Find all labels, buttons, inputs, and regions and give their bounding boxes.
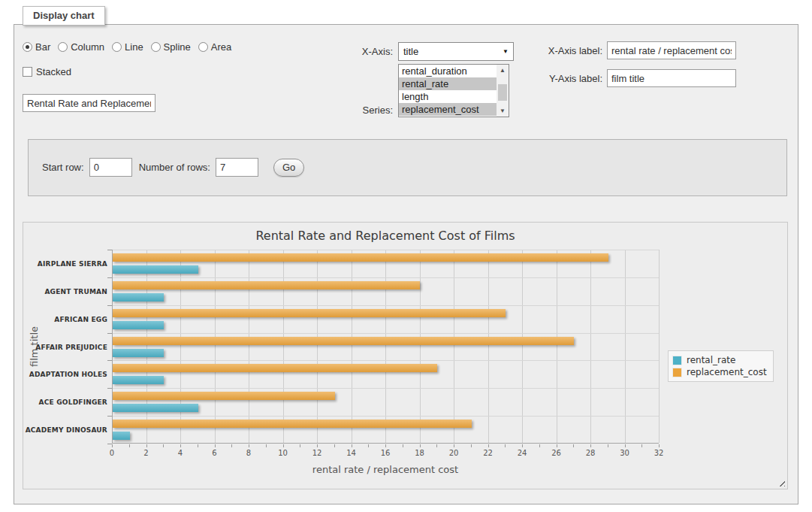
radio-option-area[interactable]: Area (198, 41, 231, 53)
bar-replacement_cost[interactable] (113, 281, 420, 289)
y-axis-tick (107, 360, 112, 361)
y-axis-label-label: Y-Axis label: (518, 73, 602, 84)
x-axis-tick (454, 444, 454, 447)
bar-replacement_cost[interactable] (113, 337, 574, 345)
legend-item-replacement_cost[interactable]: replacement_cost (672, 366, 767, 378)
bar-rental_rate[interactable] (113, 321, 164, 329)
x-axis-tick (608, 444, 608, 447)
bar-rental_rate[interactable] (113, 432, 130, 440)
series-multiselect[interactable]: rental_durationrental_ratelengthreplacem… (398, 64, 509, 117)
y-axis-tick (107, 305, 112, 306)
gridline-horizontal (113, 305, 659, 306)
radio-icon[interactable] (23, 42, 32, 52)
legend-label: replacement_cost (687, 367, 767, 377)
x-axis-tick (403, 444, 403, 447)
series-scrollbar[interactable]: ▲ ▼ (497, 65, 509, 117)
radio-icon[interactable] (151, 42, 161, 52)
category-label: ADAPTATION HOLES (23, 370, 107, 379)
bar-rental_rate[interactable] (113, 404, 198, 412)
y-axis-label-input[interactable] (607, 69, 736, 87)
series-option-rental_duration[interactable]: rental_duration (399, 65, 497, 77)
x-axis-tick (505, 444, 506, 447)
radio-option-column[interactable]: Column (58, 41, 104, 53)
page: Display chart BarColumnLineSplineArea St… (0, 0, 812, 512)
x-axis-tick-label: 30 (614, 449, 636, 457)
chart-container: Rental Rate and Replacement Cost of Film… (23, 222, 788, 489)
x-axis-tick (488, 444, 489, 447)
gridline-vertical (488, 250, 489, 443)
bar-replacement_cost[interactable] (113, 253, 608, 262)
x-axis-tick-label: 8 (237, 449, 260, 457)
radio-icon[interactable] (112, 42, 122, 52)
x-axis-select[interactable]: title ▼ (398, 42, 514, 61)
bar-replacement_cost[interactable] (113, 309, 506, 317)
bar-rental_rate[interactable] (113, 265, 198, 274)
series-option-rental_rate[interactable]: rental_rate (399, 77, 497, 90)
series-option-length[interactable]: length (399, 90, 497, 103)
gridline-horizontal (113, 250, 659, 250)
x-axis-selected-value: title (403, 46, 418, 57)
radio-icon[interactable] (198, 42, 208, 52)
category-label: ACE GOLDFINGER (23, 398, 107, 407)
series-option-replacement_cost[interactable]: replacement_cost (399, 103, 497, 116)
gridline-vertical (317, 250, 318, 443)
gridline-vertical (590, 250, 591, 443)
category-label: AGENT TRUMAN (23, 287, 107, 296)
x-axis-tick (249, 444, 249, 447)
scroll-up-icon[interactable]: ▲ (497, 65, 509, 76)
x-axis-tick-label: 18 (409, 449, 431, 457)
stacked-checkbox[interactable] (23, 67, 32, 77)
gridline-horizontal (113, 360, 659, 361)
radio-icon[interactable] (58, 42, 68, 52)
radio-option-line[interactable]: Line (112, 41, 143, 53)
radio-option-spline[interactable]: Spline (151, 41, 191, 53)
gridline-vertical (522, 250, 523, 443)
x-axis-tick (283, 444, 284, 447)
legend-item-rental_rate[interactable]: rental_rate (672, 354, 767, 366)
resize-handle-icon[interactable] (777, 478, 785, 486)
bar-rental_rate[interactable] (113, 293, 164, 301)
gridline-vertical (352, 250, 352, 443)
radio-option-bar[interactable]: Bar (23, 41, 50, 53)
chevron-down-icon: ▼ (503, 48, 509, 55)
x-axis-tick (641, 444, 642, 447)
x-axis-tick-label: 10 (272, 449, 294, 457)
bar-replacement_cost[interactable] (113, 392, 335, 400)
x-axis-tick (590, 444, 591, 447)
y-axis-tick (107, 416, 112, 417)
x-axis-select-label: X-Axis: (315, 46, 393, 57)
legend-swatch (672, 368, 682, 377)
go-button[interactable]: Go (273, 159, 304, 177)
x-axis-tick (471, 444, 472, 447)
scroll-down-icon[interactable]: ▼ (497, 105, 509, 117)
x-axis-label-input[interactable] (607, 41, 736, 59)
gridline-vertical (180, 250, 181, 443)
stacked-label: Stacked (36, 66, 71, 77)
bar-replacement_cost[interactable] (113, 364, 437, 372)
chart-title-input[interactable] (23, 94, 155, 112)
x-axis-tick (352, 444, 352, 447)
x-axis-tick (539, 444, 540, 447)
category-label: AFFAIR PREJUDICE (23, 343, 107, 352)
x-axis-tick (215, 444, 216, 447)
y-axis-tick (107, 250, 112, 250)
plot-area (112, 250, 659, 444)
start-row-input[interactable] (89, 158, 132, 177)
category-label: AIRPLANE SIERRA (23, 259, 107, 268)
x-axis-tick-label: 4 (169, 449, 192, 457)
bar-rental_rate[interactable] (113, 376, 164, 384)
stacked-checkbox-row[interactable]: Stacked (23, 66, 71, 77)
bar-rental_rate[interactable] (113, 349, 164, 357)
x-axis-tick (334, 444, 335, 447)
x-axis-tick (317, 444, 318, 447)
scrollbar-thumb[interactable] (498, 84, 507, 101)
radio-label: Line (125, 41, 143, 53)
radio-label: Column (71, 41, 104, 53)
gridline-vertical (385, 250, 386, 443)
bar-replacement_cost[interactable] (113, 420, 472, 428)
y-axis-tick (107, 277, 112, 278)
number-of-rows-input[interactable] (216, 158, 258, 177)
x-axis-tick-label: 20 (442, 449, 465, 457)
x-axis-tick (300, 444, 300, 447)
series-options: rental_durationrental_ratelengthreplacem… (399, 65, 497, 117)
